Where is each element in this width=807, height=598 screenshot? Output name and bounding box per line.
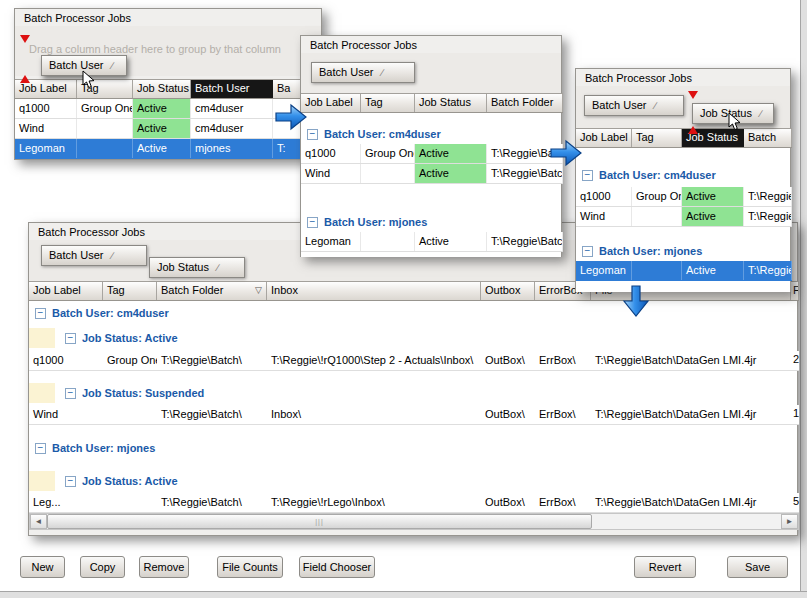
- collapse-icon[interactable]: −: [582, 170, 593, 181]
- group-label: Batch User: mjones: [599, 245, 702, 257]
- collapse-icon[interactable]: −: [65, 333, 76, 344]
- grid-row[interactable]: q1000 Group One Active T:\Reggie\Batch\: [301, 144, 563, 164]
- collapse-icon[interactable]: −: [582, 246, 593, 257]
- group-button-batch-user[interactable]: Batch User∕: [584, 95, 684, 116]
- grid-row[interactable]: Wind Active T:\Reggie\Batch\: [301, 164, 563, 184]
- collapse-icon[interactable]: −: [307, 217, 318, 228]
- cell-errorbox: ErrBox\: [535, 405, 591, 424]
- panel-title: Batch Processor Jobs: [310, 39, 417, 51]
- sort-indicator-icon: ∕: [111, 60, 113, 71]
- new-button[interactable]: New: [20, 556, 65, 578]
- group-row-batch-user-mjones[interactable]: − Batch User: mjones: [301, 212, 561, 232]
- subgroup-row-job-status-active[interactable]: − Job Status: Active: [29, 328, 797, 348]
- cell-count: 5: [791, 493, 799, 512]
- grid-row[interactable]: Leg... T:\Reggie\Batch\ T:\Reggie\!rLego…: [29, 493, 799, 513]
- field-chooser-button[interactable]: Field Chooser: [299, 556, 375, 578]
- column-header-tag[interactable]: Tag: [361, 94, 415, 112]
- cell-errorbox: ErrBox\: [535, 493, 591, 512]
- collapse-icon[interactable]: −: [35, 443, 46, 454]
- grid-row[interactable]: Wind Active T:\Reggie\Batch\: [576, 207, 792, 227]
- column-header-batch-folder[interactable]: Batch Folder: [487, 94, 563, 112]
- column-header-label: Batch Folder: [161, 284, 223, 296]
- column-header-tag[interactable]: Tag: [103, 282, 157, 300]
- scrollbar-thumb[interactable]: |||: [47, 514, 592, 529]
- grid-row[interactable]: Wind T:\Reggie\Batch\ Inbox\ OutBox\ Err…: [29, 405, 799, 425]
- sort-indicator-icon: ∕: [111, 250, 113, 261]
- cell-batch-folder: T:\Reggie\Batch\: [157, 351, 267, 370]
- cell-batch-user: cm4duser: [191, 119, 273, 138]
- column-header-job-status[interactable]: Job Status: [415, 94, 487, 112]
- collapse-icon[interactable]: −: [65, 388, 76, 399]
- group-button-batch-user[interactable]: Batch User∕: [41, 245, 147, 266]
- collapse-icon[interactable]: −: [65, 476, 76, 487]
- column-header-batch-user[interactable]: Batch User: [191, 80, 273, 98]
- column-header-row: Job Label Tag Job Status Batch: [576, 128, 792, 148]
- sort-indicator-icon: ∕: [760, 108, 762, 119]
- group-button-label: Job Status: [157, 261, 209, 273]
- drop-indicator-up-icon: [688, 126, 698, 134]
- column-header-job-status[interactable]: Job Status: [133, 80, 191, 98]
- cell-job-status: Active: [133, 139, 191, 158]
- collapse-icon[interactable]: −: [35, 308, 46, 319]
- column-header-job-label[interactable]: Job Label: [29, 282, 103, 300]
- group-row-batch-user-mjones[interactable]: − Batch User: mjones: [29, 438, 797, 458]
- grid-row-selected[interactable]: Legoman Active T:\Reggie\Batch\: [576, 261, 792, 281]
- cell-job-status: Active: [133, 99, 191, 118]
- cell-job-status: Active: [415, 164, 487, 183]
- column-header-row: Job Label Tag Job Status Batch Folder: [301, 93, 563, 113]
- column-header-tag[interactable]: Tag: [632, 129, 682, 147]
- column-header-job-label[interactable]: Job Label: [576, 129, 632, 147]
- cell-job-label: Wind: [15, 119, 77, 138]
- panel-title: Batch Processor Jobs: [24, 12, 131, 24]
- scroll-left-button[interactable]: ◄: [30, 514, 47, 529]
- cell-job-status: Active: [682, 207, 744, 226]
- grid-row-selected[interactable]: Legoman Active mjones T:: [15, 139, 323, 159]
- grid-row[interactable]: q1000 Group One Active T:\Reggie\Batch\: [576, 187, 792, 207]
- cell-file: T:\Reggie\Batch\DataGen LMI.4jr: [591, 405, 791, 424]
- cell-tag: [361, 232, 415, 251]
- sort-indicator-icon: ∕: [654, 100, 656, 111]
- cell-tag: [77, 139, 133, 158]
- cursor-icon: [728, 112, 741, 131]
- drop-indicator-up-icon: [20, 75, 30, 83]
- grid-row[interactable]: q1000 Group One T:\Reggie\Batch\ T:\Regg…: [29, 351, 799, 371]
- group-button-job-status[interactable]: Job Status∕: [149, 257, 245, 278]
- grid-row[interactable]: Legoman Active T:\Reggie\Batch\: [301, 232, 563, 252]
- copy-button[interactable]: Copy: [80, 556, 125, 578]
- drop-indicator-down-icon: [688, 91, 698, 99]
- group-label: Batch User: mjones: [52, 442, 155, 454]
- cell-batch-folder: T:\Reggie\Batch\: [744, 187, 792, 206]
- group-hint: Drag a column header here to group by th…: [29, 43, 317, 55]
- scrollbar-grip-icon: |||: [315, 518, 323, 525]
- group-indent: [29, 383, 55, 403]
- column-header-batch-folder[interactable]: ▽Batch Folder: [157, 282, 267, 300]
- subgroup-row-job-status-suspended[interactable]: − Job Status: Suspended: [29, 383, 797, 403]
- cell-outbox: OutBox\: [481, 351, 535, 370]
- column-header-batch-folder[interactable]: Batch: [744, 129, 792, 147]
- column-header-outbox[interactable]: Outbox: [481, 282, 535, 300]
- revert-button[interactable]: Revert: [634, 556, 696, 578]
- group-button-batch-user[interactable]: Batch User∕: [311, 62, 415, 83]
- subgroup-row-job-status-active[interactable]: − Job Status: Active: [29, 471, 797, 491]
- sort-indicator-icon: ∕: [381, 67, 383, 78]
- group-row-batch-user-cm4duser[interactable]: − Batch User: cm4duser: [29, 303, 797, 323]
- column-header-job-label[interactable]: Job Label: [301, 94, 361, 112]
- collapse-icon[interactable]: −: [307, 129, 318, 140]
- group-row-batch-user-cm4duser[interactable]: − Batch User: cm4duser: [301, 124, 561, 144]
- cell-batch-user: cm4duser: [191, 99, 273, 118]
- group-row-batch-user-cm4duser[interactable]: − Batch User: cm4duser: [576, 165, 790, 185]
- cursor-icon: [82, 70, 95, 89]
- cell-job-label: Wind: [301, 164, 361, 183]
- remove-button[interactable]: Remove: [139, 556, 189, 578]
- column-header-inbox[interactable]: Inbox: [267, 282, 481, 300]
- file-counts-button[interactable]: File Counts: [217, 556, 283, 578]
- cell-job-label: Legoman: [15, 139, 77, 158]
- scroll-right-button[interactable]: ►: [781, 514, 798, 529]
- column-header-f[interactable]: F: [791, 282, 799, 300]
- group-row-batch-user-mjones[interactable]: − Batch User: mjones: [576, 241, 790, 261]
- grouped-user-panel: Batch Processor Jobs Batch User∕ Job Lab…: [300, 35, 562, 257]
- cell-job-status: Active: [682, 187, 744, 206]
- save-button[interactable]: Save: [727, 556, 788, 578]
- panel-title: Batch Processor Jobs: [585, 72, 692, 84]
- horizontal-scrollbar[interactable]: ◄ ||| ►: [29, 513, 799, 530]
